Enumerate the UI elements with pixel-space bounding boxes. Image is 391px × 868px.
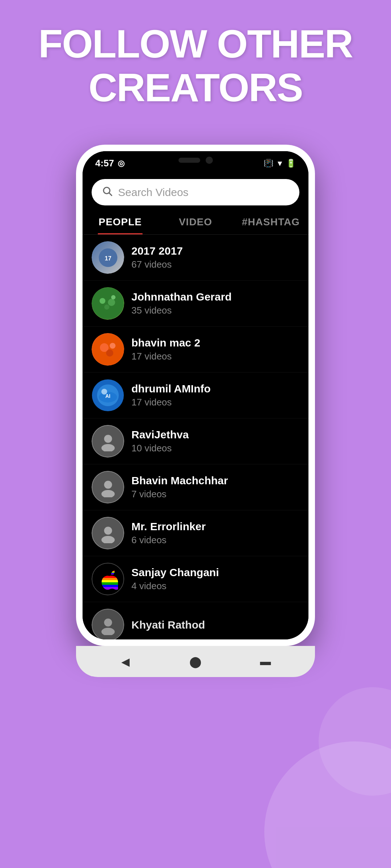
svg-point-25 — [101, 627, 115, 635]
user-name: RaviJethva — [131, 429, 189, 441]
status-bar: 4:57 ◎ 📳 ▾ 🔋 — [83, 151, 308, 173]
user-info: dhrumil AMInfo 17 videos — [131, 383, 211, 408]
notch — [156, 151, 235, 169]
notch-pill — [178, 158, 200, 163]
user-name: Khyati Rathod — [131, 619, 205, 631]
user-name: Bhavin Machchhar — [131, 475, 228, 487]
user-name: bhavin mac 2 — [131, 337, 200, 349]
svg-point-22 — [104, 527, 112, 535]
avatar-default-icon — [92, 425, 124, 458]
list-item[interactable]: Bhavin Machchhar 7 videos — [83, 464, 308, 510]
tabs-container: PEOPLE VIDEO #HASHTAG — [83, 210, 308, 235]
svg-line-1 — [109, 193, 112, 196]
svg-point-7 — [104, 305, 109, 310]
avatar — [92, 609, 124, 639]
svg-point-12 — [106, 349, 113, 357]
user-name: Mr. Errorlinker — [131, 520, 206, 533]
phone-screen: 4:57 ◎ 📳 ▾ 🔋 — [83, 151, 308, 639]
hero-text: FOLLOW OTHER CREATORS — [18, 22, 373, 109]
svg-point-20 — [104, 481, 112, 489]
list-item[interactable]: Sanjay Changani 4 videos — [83, 556, 308, 602]
list-item[interactable]: RaviJethva 10 videos — [83, 418, 308, 464]
svg-point-8 — [111, 295, 115, 299]
user-name: dhrumil AMInfo — [131, 383, 211, 395]
user-video-count: 6 videos — [131, 535, 206, 546]
notch-circle — [206, 157, 213, 164]
user-info: Bhavin Machchhar 7 videos — [131, 475, 228, 500]
avatar-default-icon — [92, 471, 124, 503]
vibrate-icon: 📳 — [264, 159, 273, 168]
hero-line2: CREATORS — [18, 65, 373, 109]
user-video-count: 7 videos — [131, 489, 228, 500]
user-video-count: 35 videos — [131, 305, 232, 316]
user-info: RaviJethva 10 videos — [131, 429, 189, 454]
avatar-default-icon — [92, 609, 124, 639]
user-info: Johnnathan Gerard 35 videos — [131, 291, 232, 316]
svg-point-18 — [104, 435, 112, 443]
search-container: Search Videos — [83, 173, 308, 210]
battery-icon: 🔋 — [286, 159, 296, 168]
user-video-count: 17 videos — [131, 397, 211, 408]
list-item[interactable]: bhavin mac 2 17 videos — [83, 327, 308, 373]
search-bar[interactable]: Search Videos — [92, 179, 299, 205]
avatar: AI — [92, 379, 124, 412]
user-name: 2017 2017 — [131, 245, 183, 257]
svg-point-11 — [110, 343, 115, 349]
search-icon — [102, 186, 113, 199]
hero-line1: FOLLOW OTHER — [18, 22, 373, 65]
list-item[interactable]: AI dhrumil AMInfo 17 videos — [83, 373, 308, 418]
signal-icon: ◎ — [118, 159, 125, 168]
avatar: 17 — [92, 241, 124, 274]
tab-people[interactable]: PEOPLE — [83, 210, 158, 234]
tab-hashtag[interactable]: #HASHTAG — [233, 210, 308, 234]
list-item[interactable]: Mr. Errorlinker 6 videos — [83, 510, 308, 556]
status-time: 4:57 — [95, 158, 114, 169]
avatar — [92, 563, 124, 595]
tab-video[interactable]: VIDEO — [158, 210, 233, 234]
user-list: 17 2017 2017 67 videos — [83, 235, 308, 639]
svg-text:17: 17 — [105, 255, 111, 261]
sys-home-button[interactable]: ⬤ — [186, 652, 205, 671]
list-item[interactable]: Johnnathan Gerard 35 videos — [83, 281, 308, 327]
sys-back-button[interactable]: ◀ — [117, 652, 135, 671]
avatar — [92, 471, 124, 503]
svg-point-19 — [101, 444, 115, 451]
phone-mockup: 4:57 ◎ 📳 ▾ 🔋 — [76, 145, 315, 677]
user-info: Sanjay Changani 4 videos — [131, 566, 219, 592]
avatar — [92, 517, 124, 549]
sys-recent-button[interactable]: ▬ — [256, 652, 274, 671]
avatar-default-icon — [92, 517, 124, 549]
user-name: Sanjay Changani — [131, 566, 219, 579]
svg-point-4 — [92, 288, 124, 319]
user-info: Khyati Rathod — [131, 619, 205, 631]
list-item[interactable]: Khyati Rathod — [83, 602, 308, 639]
list-item[interactable]: 17 2017 2017 67 videos — [83, 235, 308, 281]
svg-point-21 — [101, 490, 115, 497]
svg-point-24 — [104, 618, 112, 626]
user-video-count: 4 videos — [131, 580, 219, 592]
avatar — [92, 287, 124, 320]
user-info: Mr. Errorlinker 6 videos — [131, 520, 206, 546]
phone-outer-shell: 4:57 ◎ 📳 ▾ 🔋 — [76, 145, 315, 646]
user-info: 2017 2017 67 videos — [131, 245, 183, 270]
search-placeholder-text: Search Videos — [118, 186, 189, 199]
svg-point-6 — [108, 299, 115, 306]
avatar — [92, 425, 124, 458]
user-video-count: 10 videos — [131, 443, 189, 454]
user-video-count: 17 videos — [131, 351, 200, 362]
user-info: bhavin mac 2 17 videos — [131, 337, 200, 362]
svg-text:AI: AI — [105, 393, 110, 399]
svg-point-5 — [100, 298, 105, 304]
wifi-icon: ▾ — [278, 159, 282, 168]
user-video-count: 67 videos — [131, 259, 183, 270]
avatar — [92, 333, 124, 366]
user-name: Johnnathan Gerard — [131, 291, 232, 303]
svg-point-23 — [101, 536, 115, 543]
